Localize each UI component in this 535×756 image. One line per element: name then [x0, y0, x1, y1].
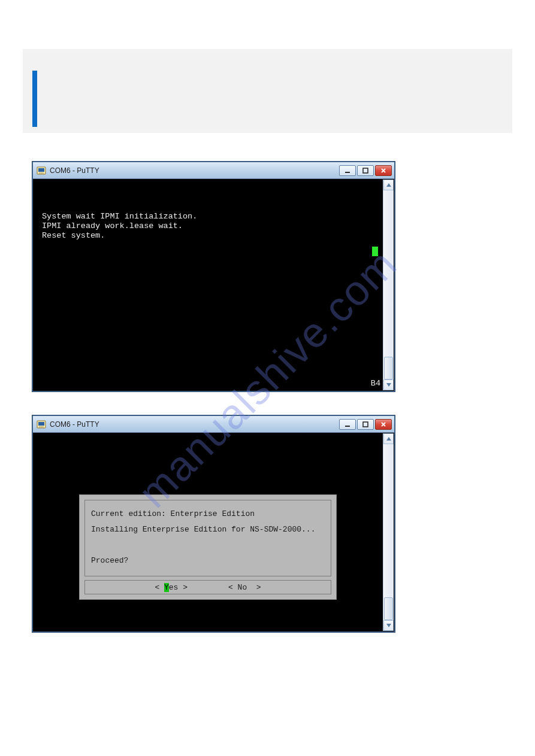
- vertical-scrollbar[interactable]: [383, 433, 394, 631]
- svg-rect-8: [345, 426, 350, 427]
- svg-rect-7: [39, 426, 44, 427]
- yes-button[interactable]: < Yes >: [155, 583, 188, 592]
- scroll-up-button[interactable]: [383, 433, 394, 444]
- terminal-cursor: [372, 247, 378, 256]
- scroll-up-button[interactable]: [383, 180, 394, 190]
- dialog-body: Current edition: Enterprise Edition Inst…: [84, 500, 331, 576]
- terminal-output: System wait IPMI initialization. IPMI al…: [42, 212, 197, 241]
- window-controls: [339, 165, 392, 176]
- yes-hotkey: Y: [164, 583, 169, 592]
- vertical-scrollbar[interactable]: [383, 180, 394, 390]
- terminal-corner-code: B4: [371, 379, 380, 388]
- maximize-button[interactable]: [357, 165, 374, 176]
- yes-post: es >: [169, 583, 188, 592]
- dialog-line: Installing Enterprise Edition for NS-SDW…: [91, 525, 315, 534]
- terminal-area[interactable]: Current edition: Enterprise Edition Inst…: [34, 433, 394, 631]
- no-button[interactable]: < No >: [228, 583, 261, 592]
- dialog-line: Proceed?: [91, 556, 128, 565]
- terminal-line: System wait IPMI initialization.: [42, 212, 197, 221]
- yes-pre: <: [155, 583, 164, 592]
- svg-rect-3: [345, 172, 350, 173]
- install-dialog: Current edition: Enterprise Edition Inst…: [79, 494, 337, 600]
- svg-rect-4: [363, 168, 368, 173]
- titlebar[interactable]: COM6 - PuTTY: [33, 162, 394, 179]
- svg-rect-6: [38, 422, 44, 426]
- putty-window-1: COM6 - PuTTY System wait IPMI initializa…: [32, 162, 395, 391]
- putty-window-2: COM6 - PuTTY Current edition: Enterprise…: [32, 415, 395, 632]
- scroll-down-button[interactable]: [383, 379, 394, 390]
- callout-box: [32, 71, 503, 127]
- close-button[interactable]: [375, 419, 392, 430]
- terminal-line: Reset system.: [42, 231, 105, 240]
- putty-app-icon: [37, 420, 46, 429]
- svg-rect-1: [38, 168, 44, 172]
- scroll-thumb[interactable]: [384, 597, 393, 620]
- window-controls: [339, 419, 392, 430]
- titlebar[interactable]: COM6 - PuTTY: [33, 416, 394, 433]
- minimize-button[interactable]: [339, 165, 356, 176]
- putty-app-icon: [37, 166, 46, 175]
- window-title: COM6 - PuTTY: [50, 420, 339, 429]
- svg-rect-2: [39, 172, 44, 174]
- scroll-thumb[interactable]: [384, 357, 393, 379]
- dialog-line: Current edition: Enterprise Edition: [91, 509, 255, 518]
- maximize-button[interactable]: [357, 419, 374, 430]
- terminal-line: IPMI already work.lease wait.: [42, 221, 183, 230]
- scroll-down-button[interactable]: [383, 620, 394, 631]
- terminal-area[interactable]: System wait IPMI initialization. IPMI al…: [34, 180, 394, 390]
- svg-rect-9: [363, 422, 368, 427]
- dialog-footer: < Yes > < No >: [84, 580, 331, 594]
- window-title: COM6 - PuTTY: [50, 166, 339, 175]
- close-button[interactable]: [375, 165, 392, 176]
- minimize-button[interactable]: [339, 419, 356, 430]
